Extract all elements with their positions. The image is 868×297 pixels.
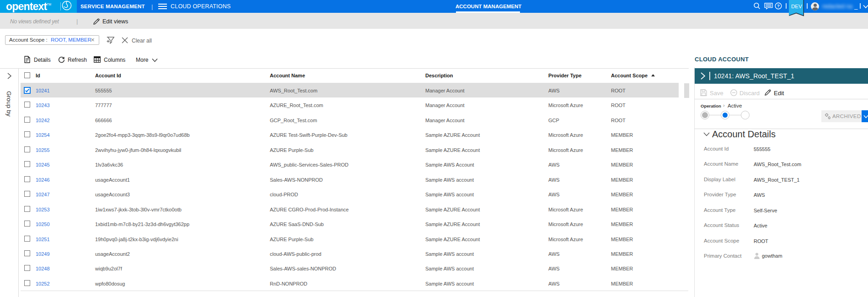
svg-text:?: ? bbox=[777, 3, 780, 8]
